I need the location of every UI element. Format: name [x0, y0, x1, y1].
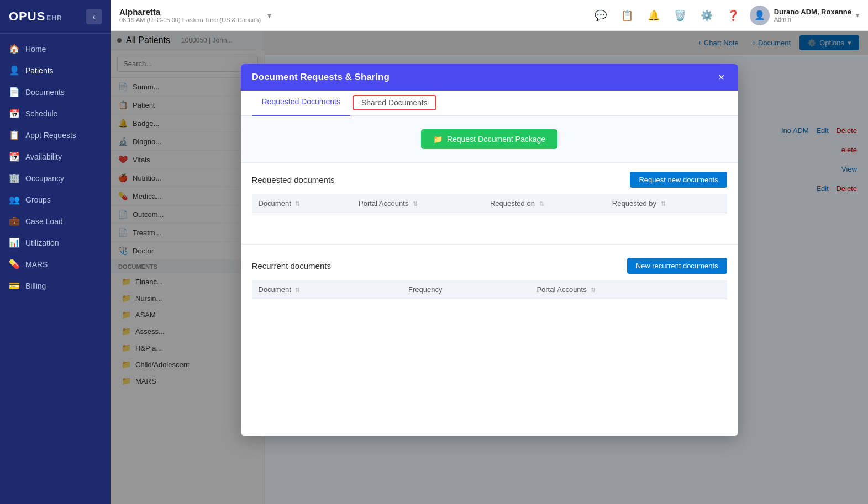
requested-docs-title: Requested documents: [252, 175, 335, 184]
sort-icon: ⇅: [295, 287, 300, 293]
empty-table-row: [252, 213, 727, 235]
recurrent-docs-table: Document ⇅ Frequency Portal Accounts: [252, 280, 727, 321]
sort-icon: ⇅: [591, 287, 596, 293]
help-button[interactable]: ❓: [723, 6, 743, 25]
sidebar-item-documents[interactable]: 📄 Documents: [0, 81, 111, 103]
tab-shared-documents[interactable]: Shared Documents: [353, 95, 436, 110]
folder-icon: 📁: [433, 135, 443, 144]
sidebar-item-groups[interactable]: 👥 Groups: [0, 189, 111, 210]
table-header-row: Document ⇅ Frequency Portal Accounts: [252, 280, 727, 299]
occupancy-icon: 🏢: [9, 173, 20, 183]
sort-icon: ⇅: [539, 200, 544, 207]
sidebar-item-availability[interactable]: 📆 Availability: [0, 146, 111, 167]
availability-icon: 📆: [9, 151, 20, 162]
user-role: Admin: [774, 16, 851, 23]
sort-icon: ⇅: [661, 200, 666, 207]
requested-docs-table: Document ⇅ Portal Accounts ⇅: [252, 194, 727, 235]
sidebar-item-occupancy[interactable]: 🏢 Occupancy: [0, 167, 111, 189]
notes-button[interactable]: 📋: [617, 6, 637, 25]
trash-button[interactable]: 🗑️: [670, 6, 690, 25]
sidebar-item-label: MARS: [25, 260, 48, 269]
recurrent-docs-section: Recurrent documents New recurrent docume…: [241, 249, 738, 326]
location-chevron-icon[interactable]: ▾: [267, 11, 271, 20]
user-info[interactable]: 👤 Durano ADM, Roxanne Admin ▾: [750, 6, 859, 25]
chat-button[interactable]: 💬: [591, 6, 611, 25]
request-package-button[interactable]: 📁 Request Document Package: [421, 129, 557, 149]
sort-icon: ⇅: [295, 200, 300, 207]
topbar-icons: 💬 📋 🔔 🗑️ ⚙️ ❓ 👤 Durano ADM, Roxanne Admi…: [591, 6, 859, 25]
col-portal-accounts[interactable]: Portal Accounts ⇅: [530, 280, 727, 299]
empty-table-row: [252, 299, 727, 321]
user-chevron-icon: ▾: [856, 12, 859, 19]
documents-icon: 📄: [9, 87, 20, 97]
schedule-icon: 📅: [9, 108, 20, 119]
sidebar-item-label: Schedule: [25, 109, 57, 118]
modal-close-button[interactable]: ×: [716, 72, 727, 83]
col-document[interactable]: Document ⇅: [252, 280, 402, 299]
request-new-docs-button[interactable]: Request new documents: [630, 172, 727, 188]
user-details: Durano ADM, Roxanne Admin: [774, 8, 851, 23]
sidebar-item-label: Occupancy: [25, 174, 64, 183]
app-logo: OPUSEHR: [9, 9, 62, 24]
settings-button[interactable]: ⚙️: [697, 6, 717, 25]
sidebar-item-label: Billing: [25, 282, 46, 290]
sidebar-item-label: Patients: [25, 66, 54, 75]
col-frequency[interactable]: Frequency: [402, 280, 530, 299]
document-requests-modal: Document Requests & Sharing × Requested …: [241, 64, 738, 436]
user-name: Durano ADM, Roxanne: [774, 8, 851, 16]
recurrent-docs-title: Recurrent documents: [252, 261, 331, 270]
sidebar-item-home[interactable]: 🏠 Home: [0, 38, 111, 60]
appt-icon: 📋: [9, 130, 20, 140]
sidebar-item-schedule[interactable]: 📅 Schedule: [0, 103, 111, 124]
mars-icon: 💊: [9, 259, 20, 269]
home-icon: 🏠: [9, 44, 20, 54]
sidebar-item-label: Groups: [25, 195, 51, 204]
modal-title: Document Requests & Sharing: [252, 72, 390, 83]
sidebar-item-utilization[interactable]: 📊 Utilization: [0, 232, 111, 253]
content-area: All Patients 1000050 | John... 📄 Summ...…: [111, 31, 868, 504]
notifications-button[interactable]: 🔔: [644, 6, 664, 25]
avatar: 👤: [750, 6, 770, 25]
recurrent-docs-header: Recurrent documents New recurrent docume…: [252, 258, 727, 274]
topbar: Alpharetta 08:19 AM (UTC-05:00) Eastern …: [111, 0, 868, 31]
billing-icon: 💳: [9, 280, 20, 291]
modal-header: Document Requests & Sharing ×: [241, 64, 738, 91]
main-content: Alpharetta 08:19 AM (UTC-05:00) Eastern …: [111, 0, 868, 504]
sidebar-item-label: Appt Requests: [25, 131, 76, 140]
col-document[interactable]: Document ⇅: [252, 194, 352, 213]
sidebar-nav: 🏠 Home 👤 Patients 📄 Documents 📅 Schedule…: [0, 34, 111, 504]
new-recurrent-docs-button[interactable]: New recurrent documents: [627, 258, 727, 274]
sidebar-item-label: Home: [25, 45, 46, 54]
sidebar-item-label: Documents: [25, 88, 65, 97]
col-requested-by[interactable]: Requested by ⇅: [606, 194, 727, 213]
requested-docs-section: Requested documents Request new document…: [241, 163, 738, 240]
back-button[interactable]: ‹: [86, 9, 102, 24]
sidebar-item-label: Case Load: [25, 217, 63, 226]
location-time: 08:19 AM (UTC-05:00) Eastern Time (US & …: [119, 17, 261, 23]
groups-icon: 👥: [9, 194, 20, 205]
request-banner: 📁 Request Document Package: [241, 116, 738, 163]
sidebar-logo: OPUSEHR ‹: [0, 0, 111, 34]
patients-icon: 👤: [9, 65, 20, 76]
col-portal-accounts[interactable]: Portal Accounts ⇅: [352, 194, 483, 213]
tab-requested-documents[interactable]: Requested Documents: [252, 91, 350, 116]
sidebar-item-appt-requests[interactable]: 📋 Appt Requests: [0, 124, 111, 146]
modal-spacer: [241, 325, 738, 436]
section-divider: [241, 244, 738, 245]
sidebar-item-patients[interactable]: 👤 Patients: [0, 60, 111, 81]
location-name: Alpharetta: [119, 7, 261, 17]
caseload-icon: 💼: [9, 216, 20, 226]
sidebar-item-label: Utilization: [25, 238, 59, 247]
sidebar-item-caseload[interactable]: 💼 Case Load: [0, 210, 111, 232]
sort-icon: ⇅: [413, 200, 418, 207]
col-requested-on[interactable]: Requested on ⇅: [483, 194, 606, 213]
sidebar-item-billing[interactable]: 💳 Billing: [0, 275, 111, 296]
modal-tabs: Requested Documents Shared Documents: [241, 91, 738, 116]
table-header-row: Document ⇅ Portal Accounts ⇅: [252, 194, 727, 213]
utilization-icon: 📊: [9, 237, 20, 248]
sidebar-item-mars[interactable]: 💊 MARS: [0, 253, 111, 275]
requested-docs-header: Requested documents Request new document…: [252, 172, 727, 188]
sidebar: OPUSEHR ‹ 🏠 Home 👤 Patients 📄 Documents …: [0, 0, 111, 504]
location-info: Alpharetta 08:19 AM (UTC-05:00) Eastern …: [119, 7, 261, 23]
sidebar-item-label: Availability: [25, 152, 62, 161]
